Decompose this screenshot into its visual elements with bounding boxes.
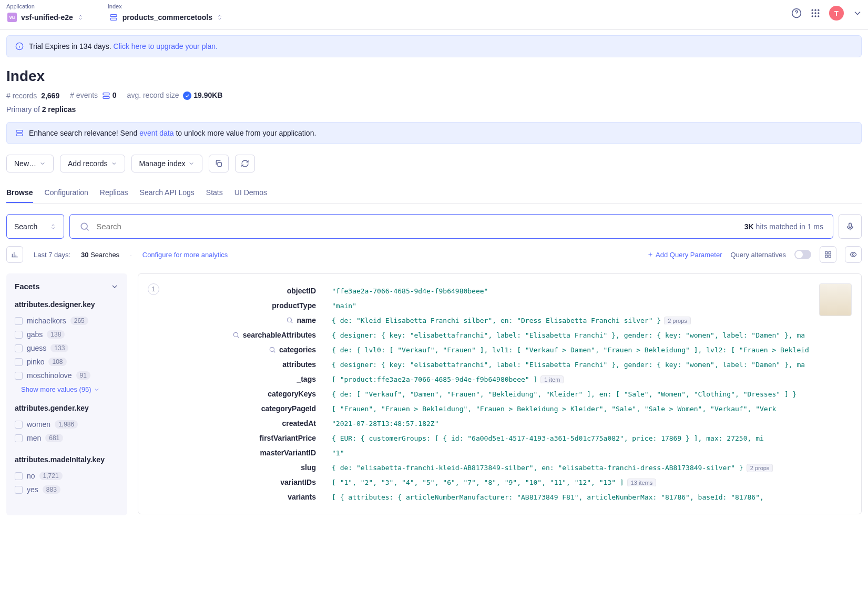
add-records-button[interactable]: Add records	[60, 155, 125, 172]
search-input[interactable]	[90, 215, 744, 238]
manage-index-button[interactable]: Manage index	[131, 155, 203, 172]
facet-label: yes	[27, 485, 38, 494]
chart-icon	[11, 251, 18, 258]
show-more-values[interactable]: Show more values (95)	[15, 385, 119, 393]
chevron-down-icon[interactable]	[110, 282, 119, 291]
help-icon[interactable]	[791, 8, 802, 18]
svg-point-11	[818, 15, 819, 17]
record-row: categoryPageId[ "Frauen", "Frauen > Bekl…	[169, 401, 810, 416]
facet-item[interactable]: guess133	[15, 341, 119, 355]
facet-checkbox[interactable]	[15, 472, 23, 480]
search-box: 3K hits matched in 1 ms	[69, 214, 833, 239]
record-row: categoryKeys{ de: [ "Verkauf", "Damen", …	[169, 386, 810, 401]
record-value: "main"	[332, 302, 810, 310]
record-thumbnail	[819, 283, 852, 316]
add-query-param-button[interactable]: Add Query Parameter	[647, 251, 722, 259]
record-key: masterVariantID	[169, 449, 316, 457]
info-icon	[15, 42, 24, 50]
stats-row: # records 2,669 # events 0 avg. record s…	[6, 91, 862, 100]
refresh-icon	[241, 159, 249, 168]
apps-grid-icon[interactable]	[810, 8, 821, 18]
upgrade-link[interactable]: Click here to upgrade your plan.	[114, 42, 218, 50]
enhance-text: Enhance search relevance! Send event dat…	[29, 129, 316, 137]
facet-count: 108	[48, 358, 66, 366]
facet-checkbox[interactable]	[15, 421, 23, 429]
database-icon	[109, 13, 118, 22]
prop-badge: 13 items	[627, 479, 657, 486]
search-icon	[286, 317, 293, 324]
svg-point-6	[812, 12, 813, 14]
facet-checkbox[interactable]	[15, 317, 23, 325]
database-icon	[102, 91, 110, 100]
svg-point-10	[814, 15, 816, 17]
facet-item[interactable]: women1,986	[15, 418, 119, 431]
facet-item[interactable]: men681	[15, 431, 119, 445]
tab-stats[interactable]: Stats	[206, 183, 223, 203]
chevron-down-icon	[39, 160, 46, 167]
svg-point-5	[818, 9, 819, 11]
analytics-row: Last 7 days: 30 Searches · Configure for…	[6, 246, 862, 263]
copy-icon	[215, 159, 223, 168]
refresh-button[interactable]	[235, 155, 255, 172]
grid-view-button[interactable]	[820, 246, 836, 263]
search-mode-selector[interactable]: Search	[6, 214, 64, 239]
chart-button[interactable]	[6, 246, 23, 263]
eye-button[interactable]	[845, 246, 862, 263]
mic-button[interactable]	[839, 214, 862, 239]
facets-title: Facets	[15, 282, 40, 291]
record-value: [ "Frauen", "Frauen > Bekleidung", "Frau…	[332, 405, 810, 413]
index-selector[interactable]: products_commercetools	[107, 12, 225, 23]
record-row: searchableAttributes{ designer: { key: "…	[169, 328, 810, 342]
tab-configuration[interactable]: Configuration	[45, 183, 88, 203]
record-value: [ "product:ffe3ae2a-7066-4685-9d4e-f9b64…	[332, 375, 810, 383]
svg-rect-21	[829, 252, 831, 254]
tab-search-api-logs[interactable]: Search API Logs	[140, 183, 195, 203]
query-alternatives-toggle[interactable]	[794, 250, 811, 259]
index-label: Index	[107, 3, 225, 9]
facet-group-name: attributes.gender.key	[15, 404, 119, 412]
facet-checkbox[interactable]	[15, 372, 23, 380]
record-value: { designer: { key: "elisabettafranchi", …	[332, 331, 810, 339]
avatar[interactable]: T	[829, 6, 844, 21]
event-data-link[interactable]: event data	[139, 129, 173, 137]
facet-checkbox[interactable]	[15, 486, 23, 494]
svg-point-24	[852, 254, 854, 256]
facet-checkbox[interactable]	[15, 358, 23, 366]
facet-checkbox[interactable]	[15, 344, 23, 352]
chevron-updown-icon	[77, 14, 84, 21]
page-title: Index	[6, 68, 862, 85]
tab-browse[interactable]: Browse	[6, 183, 33, 203]
copy-button[interactable]	[209, 155, 229, 172]
facet-checkbox[interactable]	[15, 331, 23, 339]
tabs: BrowseConfigurationReplicasSearch API Lo…	[6, 183, 862, 204]
facet-item[interactable]: moschinolove91	[15, 369, 119, 382]
facet-item[interactable]: yes883	[15, 483, 119, 496]
facet-checkbox[interactable]	[15, 434, 23, 442]
record-row: productType"main"	[169, 298, 810, 313]
facet-label: no	[27, 472, 35, 480]
tab-ui-demos[interactable]: UI Demos	[234, 183, 267, 203]
record-key: createdAt	[169, 419, 316, 428]
record-row: createdAt"2021-07-28T13:48:57.182Z"	[169, 416, 810, 431]
action-row: New… Add records Manage index	[6, 155, 862, 172]
record-value: "2021-07-28T13:48:57.182Z"	[332, 420, 810, 428]
application-selector[interactable]: vu vsf-unified-e2e	[5, 12, 86, 23]
tab-replicas[interactable]: Replicas	[100, 183, 128, 203]
record-value: { de: "Kleid Elisabetta Franchi silber",…	[332, 317, 810, 324]
svg-point-8	[818, 12, 819, 14]
facet-label: guess	[27, 344, 46, 352]
new-button[interactable]: New…	[6, 155, 54, 172]
facet-item[interactable]: michaelkors265	[15, 314, 119, 328]
chevron-down-icon[interactable]	[852, 8, 863, 18]
configure-analytics-link[interactable]: Configure for more analytics	[142, 251, 228, 259]
facet-item[interactable]: no1,721	[15, 469, 119, 483]
svg-rect-0	[110, 15, 117, 17]
search-icon	[269, 346, 276, 353]
facets-panel: Facets attributes.designer.keymichaelkor…	[6, 273, 127, 515]
svg-point-9	[812, 15, 813, 17]
svg-point-27	[270, 348, 274, 352]
facet-item[interactable]: gabs138	[15, 328, 119, 341]
record-number: 1	[148, 283, 159, 295]
record-row: masterVariantID"1"	[169, 445, 810, 460]
facet-item[interactable]: pinko108	[15, 355, 119, 369]
